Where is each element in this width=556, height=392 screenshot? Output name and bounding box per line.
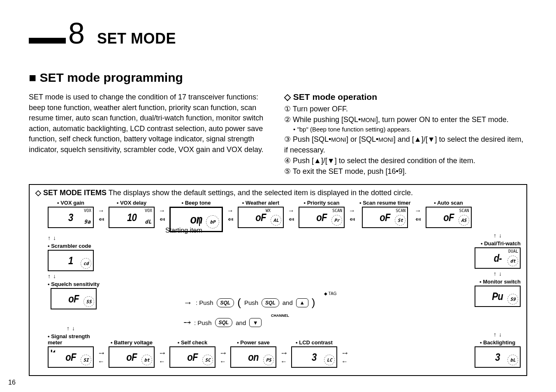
arrow-icon: →⤆ <box>98 207 104 223</box>
updown-arrows-icon: ↑↓ <box>67 325 75 332</box>
lcd-scan-resume: oF SCAN St <box>362 207 408 228</box>
set-mode-items-box: ◇ SET MODE ITEMS The displays show the d… <box>29 184 527 376</box>
lcd-self-check: oF SC <box>169 346 215 368</box>
updown-arrows-icon: ↑↓ <box>493 232 502 239</box>
lcd-backlighting: 3 bL <box>475 346 521 368</box>
step-2: ② While pushing [SQL•MONI], turn power O… <box>284 114 527 125</box>
lcd-vox-gain: 3 VOX 9a <box>48 207 94 228</box>
chapter-number: 8 <box>68 16 85 50</box>
step-1: ① Turn power OFF. <box>284 104 527 114</box>
arrow-icon: →⤆ <box>415 207 422 223</box>
item-signal-strength: • Signal strength meter ▮◢ oF SI <box>48 333 94 368</box>
item-battery-voltage: • Battery voltage oF bt <box>109 339 155 368</box>
channel-label: CHANNEL <box>271 314 289 318</box>
starting-line <box>199 219 200 226</box>
sql-key-icon: SQL <box>262 298 279 307</box>
item-backlighting: • Backlighting 3 bL <box>475 339 521 368</box>
arrow-icon: →⤆ <box>288 207 294 223</box>
item-scan-resume: • Scan resume timer oF SCAN St <box>359 200 411 228</box>
lcd-power-save: on PS <box>230 346 276 368</box>
item-weather-alert: • Weather alert oF WX AL <box>238 200 284 228</box>
up-key-icon: ▲ <box>296 298 308 307</box>
arrow-icon: ⤍← <box>98 349 104 365</box>
updown-arrows-icon: ↑↓ <box>493 331 502 338</box>
arrow-icon: →⤆ <box>349 207 355 223</box>
intro-text: SET mode is used to change the condition… <box>29 92 272 155</box>
operation-title: ◇ SET mode operation <box>284 92 527 102</box>
lcd-scrambler-code: 1 cd <box>48 250 94 271</box>
key-instructions: → : Push SQL ( Push SQL and ▲ ) ⤍ : Push… <box>183 296 315 328</box>
step-3: ③ Push [SQL•MONI] or [SQL•MONI] and [▲]/… <box>284 134 527 155</box>
lcd-vox-delay: 10 VOX dL <box>109 207 155 228</box>
lcd-monitor-switch: Pu S9 <box>475 286 521 307</box>
updown-arrows-icon: ↑↓ <box>48 273 56 279</box>
chapter-title: SET MODE <box>97 30 176 47</box>
chapter-header: 8 SET MODE <box>29 16 527 50</box>
item-auto-scan: • Auto scan oF SCAN AS <box>426 200 472 228</box>
item-vox-delay: • VOX delay 10 VOX dL <box>109 200 155 228</box>
arrow-icon: ⤍← <box>341 349 348 365</box>
arrow-icon: ⤍← <box>280 349 287 365</box>
item-priority-scan: • Priority scan oF SCAN Pr <box>299 200 345 228</box>
section-title: ■ SET mode programming <box>29 71 527 85</box>
starting-item-label: Starting item <box>165 227 202 234</box>
header-bar <box>29 38 66 44</box>
arrow-icon: ⤍← <box>220 349 226 365</box>
tag-label: ◆ TAG <box>324 291 336 296</box>
item-vox-gain: • VOX gain 3 VOX 9a <box>48 200 94 228</box>
lcd-priority-scan: oF SCAN Pr <box>299 207 345 228</box>
step-5: ⑤ To exit the SET mode, push [16•9]. <box>284 166 527 177</box>
lcd-battery-voltage: oF bt <box>109 346 155 368</box>
item-power-save: • Power save on PS <box>230 339 276 368</box>
sql-key-icon: SQL <box>217 298 234 307</box>
item-monitor-switch: • Monitor switch Pu S9 <box>475 279 521 307</box>
lcd-auto-scan: oF SCAN AS <box>426 207 472 228</box>
step-2-sub: • "bp" (Beep tone function setting) appe… <box>284 125 527 134</box>
item-self-check: • Self check oF SC <box>169 339 215 368</box>
item-dual-tri-watch: • Dual/Tri-watch d- DUAL dt <box>475 240 521 269</box>
lcd-dual-tri-watch: d- DUAL dt <box>475 247 521 269</box>
page-number: 16 <box>8 379 16 386</box>
item-lcd-contrast: • LCD contrast 3 LC <box>291 339 337 368</box>
updown-arrows-icon: ↑↓ <box>48 235 56 241</box>
arrow-icon: ⤍← <box>159 349 165 365</box>
lcd-lcd-contrast: 3 LC <box>291 346 337 368</box>
updown-arrows-icon: ↑↓ <box>493 270 502 277</box>
item-squelch-sens: • Squelch sensitivity oF SS <box>48 281 100 309</box>
step-4: ④ Push [▲]/[▼] to select the desired con… <box>284 155 527 166</box>
lcd-weather-alert: oF WX AL <box>238 207 284 228</box>
lcd-signal-strength: ▮◢ oF SI <box>48 346 94 368</box>
item-scrambler-code: • Scrambler code 1 cd <box>48 243 94 271</box>
arrow-icon: →⤆ <box>227 207 234 223</box>
lcd-squelch-sens: oF SS <box>51 288 97 309</box>
arrow-icon: →⤆ <box>159 207 165 223</box>
diagram-header: ◇ SET MODE ITEMS The displays show the d… <box>35 188 521 197</box>
